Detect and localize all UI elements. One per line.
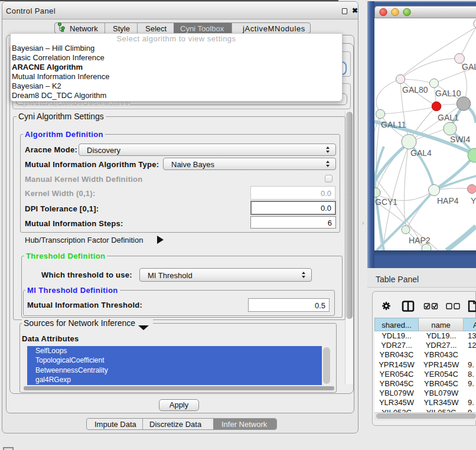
svg-text:HAP2: HAP2 — [409, 236, 431, 245]
svg-text:GAL1: GAL1 — [438, 113, 459, 122]
svg-text:Y: Y — [471, 196, 476, 206]
svg-text:HAP4: HAP4 — [437, 196, 459, 206]
svg-text:GCY1: GCY1 — [375, 197, 397, 207]
svg-text:GAL11: GAL11 — [381, 120, 406, 129]
svg-text:GAL10: GAL10 — [435, 89, 461, 98]
svg-text:GAL: GAL — [462, 62, 476, 71]
svg-text:GAL80: GAL80 — [402, 85, 428, 94]
svg-text:GAL4: GAL4 — [410, 148, 432, 158]
svg-text:SWI4: SWI4 — [450, 135, 470, 144]
